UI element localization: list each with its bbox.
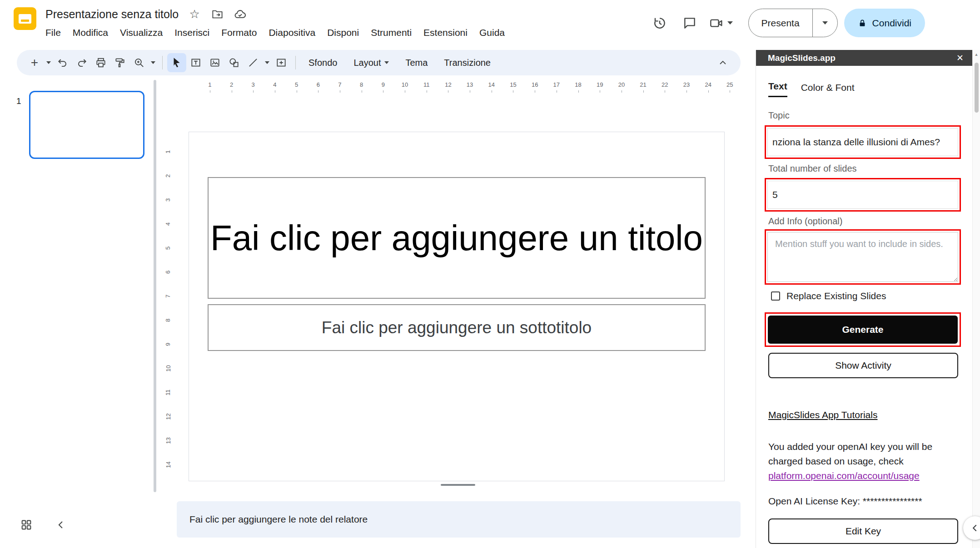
menu-item[interactable]: File	[40, 24, 67, 41]
insert-image-icon[interactable]	[205, 53, 224, 72]
slide-number: 1	[16, 96, 21, 106]
title-placeholder[interactable]: Fai clic per aggiungere un titolo	[208, 177, 706, 299]
paint-format-icon[interactable]	[110, 53, 129, 72]
ruler-number: 12	[438, 81, 459, 93]
ruler-number: 7	[162, 284, 174, 308]
replace-slides-option[interactable]: Replace Existing Slides	[771, 291, 886, 301]
select-tool-icon[interactable]	[167, 53, 186, 72]
menu-item[interactable]: Formato	[215, 24, 263, 41]
menu-item[interactable]: Estensioni	[418, 24, 473, 41]
camera-dropdown-caret-icon[interactable]	[727, 21, 733, 25]
title-placeholder-text: Fai clic per aggiungere un titolo	[210, 215, 703, 262]
theme-button[interactable]: Tema	[397, 54, 436, 72]
speaker-notes[interactable]: Fai clic per aggiungere le note del rela…	[177, 501, 741, 538]
new-slide-button[interactable]: +	[25, 53, 44, 72]
api-key-note-text: You added your openAI key you will be ch…	[768, 441, 932, 466]
ruler-vertical: 1234567891011121314	[162, 140, 174, 477]
tutorials-link[interactable]: MagicSlides App Tutorials	[768, 410, 877, 420]
redo-icon[interactable]	[72, 53, 91, 72]
ruler-number: 8	[351, 81, 373, 93]
ruler-number: 1	[199, 81, 221, 93]
tab-text[interactable]: Text	[768, 81, 787, 97]
present-label: Presenta	[749, 18, 812, 29]
slides-count-input[interactable]	[767, 181, 958, 209]
collapse-filmstrip-icon[interactable]	[51, 515, 71, 535]
line-caret-icon[interactable]	[263, 53, 272, 72]
show-activity-button[interactable]: Show Activity	[768, 353, 958, 378]
insert-shape-icon[interactable]	[224, 53, 244, 72]
ruler-number: 10	[162, 356, 174, 380]
scrollbar-thumb[interactable]	[975, 63, 979, 113]
toolbar-divider	[295, 56, 296, 69]
generate-button[interactable]: Generate	[768, 316, 958, 344]
add-info-textarea[interactable]	[767, 232, 958, 282]
subtitle-placeholder[interactable]: Fai clic per aggiungere un sottotitolo	[208, 304, 706, 351]
page-scrollbar[interactable]: ▲	[972, 50, 980, 548]
ruler-number: 11	[416, 81, 438, 93]
text-box-icon[interactable]	[186, 53, 205, 72]
star-icon[interactable]: ☆	[188, 7, 201, 21]
slide-canvas[interactable]: Fai clic per aggiungere un titolo Fai cl…	[189, 132, 725, 481]
slides-logo-glyph	[19, 14, 31, 24]
document-title[interactable]: Presentazione senza titolo	[45, 8, 179, 21]
insert-line-icon[interactable]	[244, 53, 263, 72]
replace-slides-checkbox[interactable]	[771, 291, 780, 301]
comments-icon[interactable]	[679, 13, 700, 34]
scroll-up-arrow-icon[interactable]: ▲	[973, 50, 980, 59]
chevron-left-icon	[969, 522, 980, 534]
cloud-status-icon[interactable]	[233, 7, 247, 21]
openai-usage-link[interactable]: platform.openai.com/account/usage	[768, 470, 920, 481]
edit-key-button[interactable]: Edit Key	[768, 518, 958, 544]
present-button[interactable]: Presenta	[748, 9, 838, 37]
lock-icon	[858, 18, 867, 28]
ruler-number: 9	[162, 332, 174, 356]
ruler-number: 6	[162, 260, 174, 284]
zoom-caret-icon[interactable]	[149, 53, 158, 72]
ruler-number: 16	[524, 81, 546, 93]
ruler-number: 13	[162, 429, 174, 453]
notes-resize-handle[interactable]	[441, 484, 475, 486]
background-button[interactable]: Sfondo	[300, 54, 345, 72]
ruler-number: 15	[502, 81, 524, 93]
ruler-number: 12	[162, 405, 174, 429]
insert-placeholder-icon[interactable]	[272, 53, 291, 72]
menu-item[interactable]: Modifica	[67, 24, 114, 41]
transition-button[interactable]: Transizione	[436, 54, 499, 72]
print-icon[interactable]	[91, 53, 110, 72]
present-dropdown-caret-icon[interactable]	[813, 9, 837, 37]
panel-title: MagicSlides.app	[768, 53, 836, 63]
share-button[interactable]: Condividi	[844, 9, 925, 37]
layout-button[interactable]: Layout	[345, 54, 397, 72]
slides-logo-icon[interactable]	[14, 7, 36, 30]
slide-thumbnail[interactable]	[29, 91, 144, 159]
filmstrip-scrollbar[interactable]	[154, 80, 156, 492]
new-slide-caret-icon[interactable]	[44, 53, 53, 72]
undo-icon[interactable]	[53, 53, 72, 72]
menu-item[interactable]: Strumenti	[365, 24, 418, 41]
ruler-number: 9	[373, 81, 394, 93]
move-folder-icon[interactable]	[210, 7, 224, 21]
topic-annotation-box	[765, 125, 961, 159]
ruler-horizontal: 1234567891011121314151617181920212223242…	[189, 81, 741, 93]
add-info-label: Add Info (optional)	[768, 216, 842, 227]
share-label: Condividi	[872, 18, 911, 29]
menu-item[interactable]: Disponi	[321, 24, 365, 41]
zoom-icon[interactable]	[129, 53, 149, 72]
close-icon[interactable]: ✕	[956, 54, 964, 62]
ruler-number: 11	[162, 380, 174, 405]
collapse-toolbar-icon[interactable]	[713, 53, 732, 72]
grid-view-icon[interactable]	[16, 515, 36, 535]
version-history-icon[interactable]	[649, 13, 670, 34]
app-header: Presentazione senza titolo ☆ FileModific…	[0, 0, 980, 49]
generate-annotation-box: Generate	[765, 312, 961, 347]
background-label: Sfondo	[308, 58, 337, 68]
menu-item[interactable]: Visualizza	[114, 24, 169, 41]
ruler-number: 25	[719, 81, 741, 93]
magicslides-panel: MagicSlides.app ✕ Text Color & Font Topi…	[756, 50, 972, 548]
tab-color-font[interactable]: Color & Font	[801, 82, 855, 97]
menu-item[interactable]: Diapositiva	[263, 24, 321, 41]
topic-input[interactable]	[767, 128, 958, 156]
menu-item[interactable]: Guida	[473, 24, 511, 41]
menu-item[interactable]: Inserisci	[169, 24, 215, 41]
meet-camera-button[interactable]	[709, 16, 733, 30]
